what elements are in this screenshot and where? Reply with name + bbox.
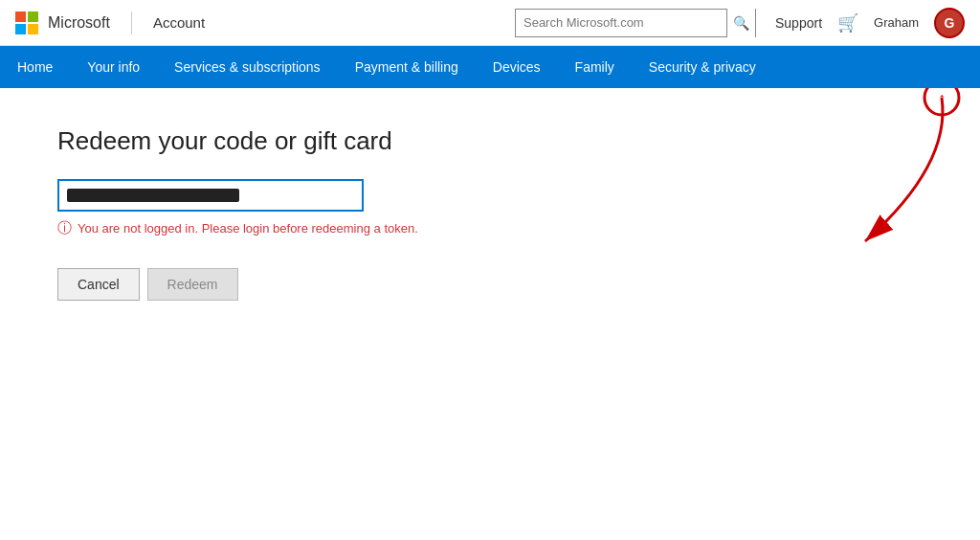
page-title: Redeem your code or gift card bbox=[57, 126, 923, 156]
nav-item-payment-billing[interactable]: Payment & billing bbox=[338, 46, 476, 88]
support-link[interactable]: Support bbox=[775, 15, 822, 31]
cancel-button[interactable]: Cancel bbox=[57, 268, 140, 301]
header-divider bbox=[131, 11, 132, 34]
annotation-arrow: ↑ bbox=[789, 88, 961, 283]
account-label: Account bbox=[153, 14, 205, 31]
nav-item-family[interactable]: Family bbox=[558, 46, 632, 88]
svg-rect-1 bbox=[28, 11, 38, 22]
search-input[interactable] bbox=[516, 10, 726, 36]
nav-item-home[interactable]: Home bbox=[0, 46, 70, 88]
nav-bar: Home Your info Services & subscriptions … bbox=[0, 46, 980, 88]
brand-name: Microsoft bbox=[48, 14, 110, 32]
search-box: 🔍 bbox=[515, 9, 756, 37]
error-icon: ⓘ bbox=[57, 219, 72, 237]
redeem-button[interactable]: Redeem bbox=[147, 268, 238, 301]
svg-rect-0 bbox=[15, 11, 26, 22]
redeem-input-container[interactable] bbox=[57, 179, 364, 212]
svg-text:↑: ↑ bbox=[938, 90, 946, 106]
logo-area: Microsoft Account bbox=[15, 11, 205, 34]
nav-item-devices[interactable]: Devices bbox=[476, 46, 558, 88]
error-message-row: ⓘ You are not logged in. Please login be… bbox=[57, 219, 923, 237]
search-area: 🔍 Support 🛒 Graham G bbox=[515, 8, 965, 38]
masked-input-value bbox=[67, 189, 239, 202]
svg-point-5 bbox=[924, 88, 959, 115]
button-row: Cancel Redeem bbox=[57, 268, 923, 301]
header: Microsoft Account 🔍 Support 🛒 Graham G bbox=[0, 0, 980, 46]
nav-item-services-subscriptions[interactable]: Services & subscriptions bbox=[157, 46, 338, 88]
main-content: ↑ Redeem your code or gift card ⓘ You ar… bbox=[0, 88, 980, 339]
user-name-label: Graham bbox=[874, 15, 919, 30]
microsoft-logo bbox=[15, 11, 38, 34]
cart-icon[interactable]: 🛒 bbox=[837, 12, 858, 34]
error-message-text: You are not logged in. Please login befo… bbox=[78, 221, 418, 236]
svg-rect-3 bbox=[28, 24, 38, 34]
search-icon: 🔍 bbox=[733, 15, 749, 31]
search-button[interactable]: 🔍 bbox=[726, 9, 755, 37]
svg-rect-2 bbox=[15, 24, 26, 34]
user-avatar[interactable]: G bbox=[934, 8, 965, 38]
nav-item-security-privacy[interactable]: Security & privacy bbox=[632, 46, 773, 88]
nav-item-your-info[interactable]: Your info bbox=[70, 46, 157, 88]
header-actions: Support 🛒 Graham G bbox=[775, 8, 965, 38]
